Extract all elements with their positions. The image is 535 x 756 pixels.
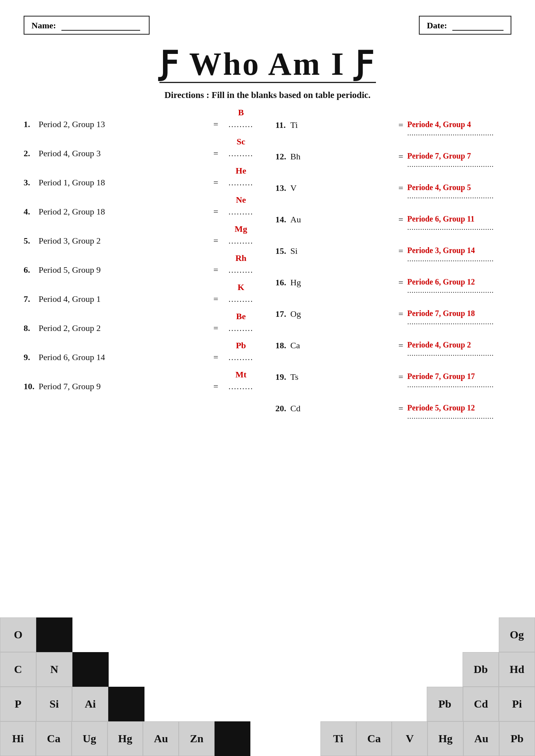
q-answer: Rh ......... (222, 260, 260, 275)
q-answer-label: K (237, 282, 244, 292)
q-answer-label: Mg (235, 224, 247, 234)
q-num: 4. (24, 207, 39, 217)
left-question-row: 6. Period 5, Group 9 = Rh ......... (24, 260, 260, 281)
right-question-row: 19. Ts = Periode 7, Group 17 ...........… (276, 366, 512, 389)
periodic-cell: Pi (499, 687, 535, 721)
q-text: Period 1, Group 18 (39, 177, 209, 188)
periodic-cell (36, 617, 72, 652)
left-question-row: 1. Period 2, Group 13 = B ......... (24, 115, 260, 135)
periodic-cell: Hg (107, 721, 143, 756)
periodic-cell (108, 687, 144, 721)
q-equals: = (213, 294, 218, 304)
rq-num: 17. (276, 309, 291, 319)
q-num: 9. (24, 352, 39, 362)
q-answer-label: He (236, 166, 246, 176)
q-dots: ......... (229, 178, 254, 187)
q-text: Period 5, Group 9 (39, 265, 209, 275)
right-question-row: 16. Hg = Periode 6, Group 12 ...........… (276, 272, 512, 295)
questions-area: 1. Period 2, Group 13 = B ......... 2. P… (24, 115, 511, 429)
periodic-cell: Hg (428, 721, 463, 756)
q-text: Period 2, Group 13 (39, 119, 209, 129)
rq-dots: ........................................ (407, 381, 511, 389)
periodic-cell: V (392, 721, 428, 756)
rq-answer-label: Periode 3, Group 14 (407, 246, 511, 255)
periodic-cell: P (0, 687, 36, 721)
q-dots: ......... (229, 120, 254, 129)
q-equals: = (213, 381, 218, 392)
left-question-row: 5. Period 3, Group 2 = Mg ......... (24, 231, 260, 251)
rq-dots: ........................................ (407, 224, 511, 232)
left-question-row: 10. Period 7, Group 9 = Mt ......... (24, 377, 260, 397)
title-underline (159, 82, 376, 83)
rq-element: Hg (291, 277, 395, 288)
q-dots: ......... (229, 237, 254, 246)
q-answer-label: Mt (235, 370, 246, 380)
q-answer: Mt ......... (222, 377, 260, 391)
periodic-row: HiCaUgHgAuZnTiCaVHgAuPb (0, 721, 535, 756)
rq-element: Ti (291, 120, 395, 130)
rq-equals: = (398, 309, 403, 319)
rq-dots: ........................................ (407, 192, 511, 200)
rq-equals: = (398, 152, 403, 162)
q-dots: ......... (229, 295, 254, 304)
page: Name: Date: Ƒ Who Am I Ƒ Directions : Fi… (0, 0, 535, 756)
q-text: Period 2, Group 2 (39, 323, 209, 333)
periodic-cell: Au (463, 721, 499, 756)
periodic-table-bottom: OOgCNDbHdPSiAiPbCdPiHiCaUgHgAuZnTiCaVHgA… (0, 617, 535, 756)
name-box: Name: (24, 16, 150, 35)
q-dots: ......... (229, 266, 254, 275)
right-question-row: 12. Bh = Periode 7, Group 7 ............… (276, 146, 512, 169)
periodic-row: OOg (0, 617, 535, 652)
rq-equals: = (398, 183, 403, 193)
q-answer: Ne ......... (222, 202, 260, 216)
rq-answer-label: Periode 6, Group 11 (407, 214, 511, 224)
rq-num: 13. (276, 183, 291, 193)
q-answer: Be ......... (222, 318, 260, 333)
q-answer: B ......... (222, 115, 260, 129)
q-num: 7. (24, 294, 39, 304)
periodic-cell: Ti (320, 721, 356, 756)
q-equals: = (213, 119, 218, 129)
q-dots: ......... (229, 382, 254, 391)
rq-element: Og (291, 309, 395, 319)
header-row: Name: Date: (24, 16, 511, 35)
name-line (61, 20, 140, 31)
left-question-row: 9. Period 6, Group 14 = Pb ......... (24, 348, 260, 368)
q-dots: ......... (229, 324, 254, 333)
date-label: Date: (427, 20, 447, 30)
rq-dots: ........................................ (407, 412, 511, 421)
q-equals: = (213, 236, 218, 246)
q-text: Period 6, Group 14 (39, 352, 209, 362)
periodic-cell (72, 652, 109, 687)
q-num: 10. (24, 381, 39, 392)
periodic-cell: Pb (499, 721, 535, 756)
q-text: Period 4, Group 1 (39, 294, 209, 304)
rq-answer-label: Periode 5, Group 12 (407, 403, 511, 412)
rq-dots: ........................................ (407, 129, 511, 137)
rq-num: 20. (276, 403, 291, 414)
q-answer: Pb ......... (222, 348, 260, 362)
q-num: 5. (24, 236, 39, 246)
right-question-row: 17. Og = Periode 7, Group 18 ...........… (276, 303, 512, 326)
left-question-row: 8. Period 2, Group 2 = Be ......... (24, 318, 260, 339)
rq-answer-label: Periode 7, Group 7 (407, 152, 511, 161)
q-equals: = (213, 265, 218, 275)
col-divider (260, 115, 276, 429)
q-num: 2. (24, 148, 39, 159)
periodic-cell: Hi (0, 721, 36, 756)
rq-equals: = (398, 403, 403, 414)
periodic-cell: C (0, 652, 36, 687)
rq-answer-label: Periode 4, Group 5 (407, 183, 511, 192)
right-question-row: 14. Au = Periode 6, Group 11 ...........… (276, 209, 512, 232)
q-answer: Mg ......... (222, 231, 260, 246)
name-label: Name: (31, 20, 56, 30)
q-text: Period 7, Group 9 (39, 381, 209, 392)
page-title: Ƒ Who Am I Ƒ (24, 46, 511, 82)
left-question-row: 2. Period 4, Group 3 = Sc ......... (24, 144, 260, 164)
rq-element: Si (291, 246, 395, 256)
rq-answer-label: Periode 4, Group 4 (407, 120, 511, 129)
periodic-cell (215, 721, 250, 756)
q-answer-label: B (238, 107, 244, 118)
periodic-cell: Ca (356, 721, 392, 756)
right-question-row: 15. Si = Periode 3, Group 14 ...........… (276, 240, 512, 263)
